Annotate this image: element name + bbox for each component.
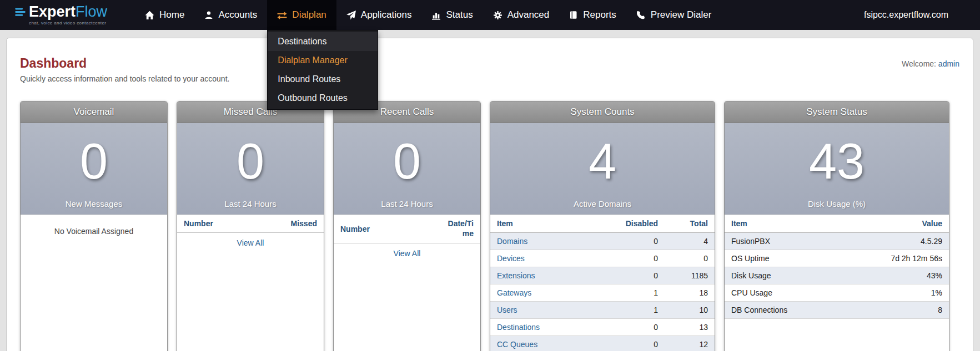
table-row: OS Uptime 7d 2h 12m 56s (725, 250, 949, 267)
recent-calls-table-header: Number Date/Time (334, 215, 480, 243)
server-domain: fsipcc.expertflow.com (864, 10, 948, 20)
logo-text-secondary: Flow (76, 3, 107, 20)
status-item-label: OS Uptime (725, 250, 855, 267)
voicemail-count-label: New Messages (66, 199, 123, 208)
nav-item-advanced[interactable]: Advanced (483, 0, 560, 30)
counts-total-value: 12 (665, 336, 715, 351)
voicemail-count: 0 (80, 123, 108, 199)
menu-item-destinations[interactable]: Destinations (268, 32, 378, 51)
nav-item-label: Preview Dialer (651, 9, 712, 21)
table-row: FusionPBX 4.5.29 (725, 233, 949, 250)
missed-calls-count-label: Last 24 Hours (224, 199, 276, 208)
table-row: CPU Usage 1% (725, 284, 949, 302)
column-header-number: Number (340, 225, 370, 233)
voicemail-panel-title: Voicemail (21, 101, 167, 123)
recent-calls-hero: 0 Last 24 Hours (334, 123, 480, 215)
table-row: Destinations 0 13 (490, 319, 715, 336)
system-counts-count-label: Active Domains (574, 199, 631, 208)
table-row: CC Queues 0 12 (490, 336, 715, 351)
status-item-label: Disk Usage (725, 267, 855, 284)
logo-text-primary: Expert (29, 3, 76, 20)
column-header-value: Value (855, 215, 949, 233)
nav-item-accounts[interactable]: Accounts (194, 0, 267, 30)
nav-item-label: Accounts (218, 9, 257, 21)
system-status-table: Item Value FusionPBX 4.5.29 OS Uptime 7d… (725, 215, 949, 319)
recent-calls-panel: Recent Calls 0 Last 24 Hours Number Date… (333, 101, 481, 351)
counts-item-link[interactable]: Users (497, 306, 517, 314)
logo-subtitle: chat, voice and video contactcenter (14, 21, 107, 26)
nav-item-label: Status (446, 9, 473, 21)
content-card: Dashboard Quickly access information and… (6, 38, 973, 351)
nav-item-label: Reports (583, 9, 616, 21)
table-row: Extensions 0 1185 (490, 267, 715, 284)
dialplan-arrows-icon (277, 10, 287, 20)
welcome-user-link[interactable]: admin (938, 59, 959, 68)
nav-item-label: Dialplan (292, 9, 326, 21)
status-item-value: 7d 2h 12m 56s (855, 250, 949, 267)
status-item-label: DB Connections (725, 302, 855, 319)
recent-calls-count: 0 (393, 123, 421, 199)
recent-calls-count-label: Last 24 Hours (381, 199, 433, 208)
missed-calls-panel: Missed Calls 0 Last 24 Hours Number Miss… (177, 101, 324, 351)
recent-calls-view-all-link[interactable]: View All (394, 249, 421, 258)
missed-calls-view-all-link[interactable]: View All (237, 238, 264, 247)
system-status-panel: System Status 43 Disk Usage (%) Item Val… (724, 101, 949, 351)
page-title: Dashboard (20, 56, 229, 71)
missed-calls-table-header: Number Missed (177, 215, 324, 233)
gear-icon (493, 11, 502, 20)
system-counts-table: Item Disabled Total Domains 0 4 Devices (490, 215, 715, 351)
nav-item-preview-dialer[interactable]: Preview Dialer (626, 0, 722, 30)
table-row: Devices 0 0 (490, 250, 715, 267)
counts-disabled-value: 0 (609, 267, 665, 284)
missed-calls-count: 0 (237, 123, 264, 199)
column-header-disabled: Disabled (609, 215, 665, 233)
top-navbar: ExpertFlow chat, voice and video contact… (0, 0, 980, 30)
status-item-value: 4.5.29 (855, 233, 949, 250)
nav-item-applications[interactable]: Applications (336, 0, 422, 30)
counts-item-link[interactable]: Gateways (497, 288, 531, 297)
counts-item-link[interactable]: Extensions (497, 271, 535, 280)
voicemail-empty-text: No Voicemail Assigned (21, 215, 167, 236)
counts-total-value: 1185 (665, 267, 715, 284)
main-nav: Home Accounts Dialplan Destinations Dial… (135, 0, 721, 30)
page-subtitle: Quickly access information and tools rel… (20, 74, 229, 83)
bar-chart-icon (431, 11, 441, 20)
nav-item-home[interactable]: Home (135, 0, 194, 30)
dashboard-panels: Voicemail 0 New Messages No Voicemail As… (20, 101, 959, 351)
table-row: Disk Usage 43% (725, 267, 949, 284)
menu-item-inbound-routes[interactable]: Inbound Routes (268, 70, 378, 89)
counts-total-value: 13 (665, 319, 715, 336)
counts-item-link[interactable]: Devices (497, 254, 525, 263)
paper-plane-icon (346, 11, 356, 20)
status-item-value: 8 (855, 302, 949, 319)
counts-total-value: 4 (665, 233, 715, 250)
column-header-missed: Missed (291, 219, 317, 228)
counts-item-link[interactable]: Domains (497, 237, 527, 246)
user-icon (204, 11, 213, 19)
logo-bars-icon (14, 6, 26, 18)
nav-item-dialplan[interactable]: Dialplan Destinations Dialplan Manager I… (267, 0, 336, 30)
menu-item-dialplan-manager[interactable]: Dialplan Manager (268, 51, 378, 70)
page-header: Dashboard Quickly access information and… (20, 52, 959, 83)
column-header-item: Item (725, 215, 855, 233)
system-counts-hero: 4 Active Domains (490, 123, 715, 215)
column-header-total: Total (665, 215, 715, 233)
nav-item-status[interactable]: Status (421, 0, 483, 30)
logo[interactable]: ExpertFlow chat, voice and video contact… (0, 0, 113, 30)
counts-total-value: 0 (665, 250, 715, 267)
nav-item-reports[interactable]: Reports (559, 0, 626, 30)
system-status-count-label: Disk Usage (%) (808, 199, 866, 208)
column-header-number: Number (184, 219, 213, 228)
counts-total-value: 18 (665, 284, 715, 302)
counts-total-value: 10 (665, 302, 715, 319)
table-row: Users 1 10 (490, 302, 715, 319)
counts-item-link[interactable]: Destinations (497, 323, 540, 332)
column-header-item: Item (490, 215, 609, 233)
counts-item-link[interactable]: CC Queues (497, 340, 537, 349)
menu-item-outbound-routes[interactable]: Outbound Routes (268, 89, 378, 108)
table-row: DB Connections 8 (725, 302, 949, 319)
system-status-hero: 43 Disk Usage (%) (725, 123, 949, 215)
table-row: Gateways 1 18 (490, 284, 715, 302)
counts-disabled-value: 1 (609, 284, 665, 302)
column-header-datetime: Date/Time (447, 219, 474, 238)
